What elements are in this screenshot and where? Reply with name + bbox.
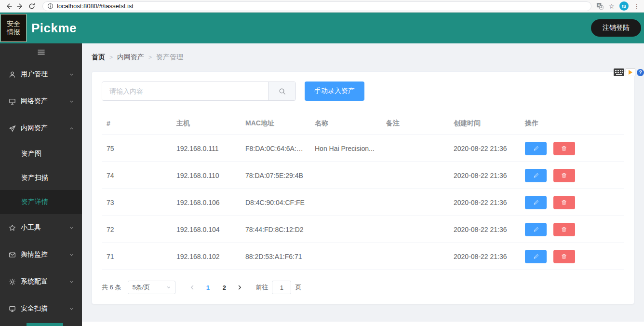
- mail-icon: [9, 251, 16, 258]
- goto-page-group: 前往 页: [255, 281, 301, 294]
- sidebar-subitem-asset-detail[interactable]: 资产详情: [0, 190, 82, 214]
- sidebar-item-intranet-assets[interactable]: 内网资产: [0, 115, 82, 142]
- sidebar-item-system-config[interactable]: 系统配置: [0, 268, 82, 295]
- cell-created: 2020-08-22 21:36: [449, 243, 520, 270]
- breadcrumb-intranet-assets[interactable]: 内网资产: [117, 53, 144, 62]
- page-size-value: 5条/页: [132, 283, 150, 292]
- cell-id: 74: [102, 162, 172, 189]
- logo-text-line1: 安全: [7, 20, 20, 28]
- page-unit-label: 页: [295, 283, 301, 292]
- col-header-note: 备注: [381, 112, 449, 135]
- edit-button[interactable]: [525, 142, 547, 155]
- delete-button[interactable]: [553, 142, 575, 155]
- cell-note: [381, 162, 449, 189]
- cell-created: 2020-08-22 21:36: [449, 162, 520, 189]
- forward-icon[interactable]: [14, 1, 26, 12]
- chevron-down-icon: [166, 285, 171, 290]
- prev-page-icon[interactable]: [185, 281, 200, 294]
- delete-button[interactable]: [553, 223, 575, 236]
- refresh-icon[interactable]: [26, 1, 38, 12]
- cell-host: 192.168.0.106: [172, 189, 241, 216]
- translate-icon[interactable]: A: [596, 2, 604, 10]
- cell-note: [381, 243, 449, 270]
- chevron-down-icon: [69, 99, 74, 104]
- delete-button[interactable]: [553, 250, 575, 263]
- edit-button[interactable]: [525, 250, 547, 263]
- send-icon: [9, 125, 16, 132]
- cell-created: 2020-08-22 21:36: [449, 189, 520, 216]
- back-icon[interactable]: [3, 1, 14, 12]
- cell-actions: [520, 243, 624, 270]
- sidebar-item-label: 舆情监控: [21, 250, 48, 259]
- browser-menu-icon[interactable]: ⋮: [633, 3, 640, 10]
- asset-table: # 主机 MAC地址 名称 备注 创建时间 操作 75 192.168.0.11: [102, 112, 624, 270]
- sidebar-item-label: 用户管理: [21, 70, 48, 79]
- goto-page-input[interactable]: [272, 281, 291, 294]
- table-row: 75 192.168.0.111 F8:DA:0C:64:6A:FD Hon H…: [102, 135, 624, 162]
- app-logo: 安全 情报: [0, 14, 27, 42]
- table-row: 73 192.168.0.106 D8:4C:90:04:CF:FE 2020-…: [102, 189, 624, 216]
- chevron-down-icon: [69, 279, 74, 285]
- breadcrumb: 首页 > 内网资产 > 资产管理: [82, 43, 644, 62]
- browser-avatar[interactable]: tu: [619, 1, 629, 11]
- cell-host: 192.168.0.104: [172, 216, 241, 243]
- keyboard-icon[interactable]: [614, 68, 624, 76]
- sidebar-subitem-asset-map[interactable]: 资产图: [0, 142, 82, 166]
- sidebar-item-opinion-monitor[interactable]: 舆情监控: [0, 241, 82, 268]
- sidebar-item-network-assets[interactable]: 网络资产: [0, 88, 82, 115]
- sidebar: 用户管理 网络资产 内网资产 资产图: [0, 43, 82, 326]
- cell-name: [310, 216, 381, 243]
- page-info-icon[interactable]: [47, 3, 54, 9]
- col-header-name: 名称: [310, 112, 381, 135]
- url-text[interactable]: localhost:8080/#/iassetsList: [57, 2, 134, 10]
- pagination: 共 6 条 5条/页 1 2: [102, 281, 624, 294]
- cell-mac: 78:DA:07:5E:29:4B: [241, 162, 310, 189]
- goto-label: 前往: [255, 283, 268, 292]
- monitor-icon: [9, 305, 16, 312]
- bookmark-star-icon[interactable]: ☆: [608, 3, 615, 10]
- cell-actions: [520, 162, 624, 189]
- address-bar[interactable]: localhost:8080/#/iassetsList: [42, 1, 591, 11]
- breadcrumb-home[interactable]: 首页: [92, 53, 105, 62]
- edit-button[interactable]: [525, 223, 547, 236]
- search-icon: [279, 88, 286, 95]
- cell-actions: [520, 216, 624, 243]
- sidebar-item-tools[interactable]: 小工具: [0, 214, 82, 241]
- collapse-menu-icon[interactable]: [0, 43, 82, 61]
- submenu-item-label: 资产详情: [21, 198, 48, 206]
- col-header-host: 主机: [172, 112, 241, 135]
- logo-text-line2: 情报: [7, 28, 20, 37]
- page-number-1[interactable]: 1: [201, 281, 215, 294]
- asset-list-card: 手动录入资产 # 主机 MAC地址 名称 备注 创: [92, 71, 634, 304]
- brand-title: Pickme: [31, 21, 77, 36]
- cell-id: 71: [102, 243, 172, 270]
- cell-name: Hon Hai Precision...: [310, 135, 381, 162]
- app-header: 安全 情报 Pickme 注销登陆: [0, 13, 644, 43]
- sidebar-item-user-management[interactable]: 用户管理: [0, 61, 82, 88]
- toolbar: 手动录入资产: [102, 82, 624, 101]
- cell-id: 72: [102, 216, 172, 243]
- sidebar-item-security-scan[interactable]: 安全扫描: [0, 295, 82, 322]
- logout-button[interactable]: 注销登陆: [591, 19, 641, 37]
- search-input[interactable]: [102, 82, 268, 100]
- page-number-2[interactable]: 2: [217, 281, 231, 294]
- help-icon[interactable]: ?: [637, 69, 644, 76]
- sidebar-subitem-asset-scan[interactable]: 资产扫描: [0, 166, 82, 190]
- cell-host: 192.168.0.110: [172, 162, 241, 189]
- sidebar-item-label: 内网资产: [21, 124, 48, 133]
- cell-created: 2020-08-22 21:36: [449, 216, 520, 243]
- delete-button[interactable]: [553, 169, 575, 182]
- page-size-select[interactable]: 5条/页: [128, 281, 175, 294]
- delete-button[interactable]: [553, 196, 575, 209]
- search-button[interactable]: [268, 82, 295, 100]
- sidebar-item-label: 网络资产: [21, 97, 48, 106]
- next-page-icon[interactable]: [232, 281, 247, 294]
- breadcrumb-asset-management: 资产管理: [156, 53, 183, 62]
- cell-actions: [520, 135, 624, 162]
- cell-id: 75: [102, 135, 172, 162]
- ime-toolbar-icon[interactable]: [626, 68, 635, 76]
- add-asset-button[interactable]: 手动录入资产: [305, 82, 364, 101]
- cell-host: 192.168.0.102: [172, 243, 241, 270]
- edit-button[interactable]: [525, 196, 547, 209]
- edit-button[interactable]: [525, 169, 547, 182]
